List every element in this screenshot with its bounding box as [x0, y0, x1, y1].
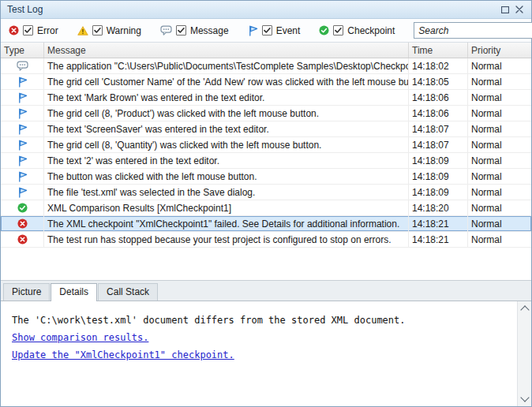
tab-picture[interactable]: Picture: [3, 283, 50, 301]
log-message: The grid cell 'Customer Name' of the 'Ad…: [44, 74, 409, 89]
log-message: The test run has stopped because your te…: [44, 232, 409, 247]
float-window-icon[interactable]: [498, 3, 512, 16]
filter-error[interactable]: Error: [9, 25, 58, 36]
log-table: TypeMessageTimePriority The application …: [1, 43, 531, 280]
log-row[interactable]: The grid cell 'Customer Name' of the 'Ad…: [1, 74, 531, 90]
column-header-priority[interactable]: Priority: [468, 43, 531, 58]
log-type-cell: [1, 90, 44, 105]
column-header-time[interactable]: Time: [409, 43, 468, 58]
details-text: The 'C:\work\test.xml' document differs …: [12, 312, 508, 329]
log-type-cell: [1, 153, 44, 168]
event-icon: [17, 108, 28, 119]
log-message: The XML checkpoint "XmlCheckpoint1" fail…: [44, 216, 409, 231]
event-icon: [17, 77, 28, 88]
log-type-cell: [1, 137, 44, 152]
filter-checkpoint[interactable]: Checkpoint: [319, 25, 395, 36]
update-checkpoint-link[interactable]: Update the "XmlCheckpoint1" checkpoint.: [12, 346, 234, 364]
filter-event[interactable]: Event: [248, 25, 301, 36]
scroll-up-icon[interactable]: [518, 301, 531, 315]
filter-message[interactable]: Message: [160, 25, 229, 36]
details-content: The 'C:\work\test.xml' document differs …: [1, 301, 531, 364]
log-priority: Normal: [468, 216, 531, 231]
message-icon: [160, 25, 172, 35]
log-time: 14:18:09: [409, 169, 468, 184]
log-time: 14:18:07: [409, 121, 468, 136]
log-type-cell: [1, 74, 44, 89]
log-time: 14:18:09: [409, 153, 468, 168]
log-row[interactable]: The text 'ScreenSaver' was entered in th…: [1, 121, 531, 137]
log-row[interactable]: The text 'Mark Brown' was entered in the…: [1, 90, 531, 106]
tab-call-stack[interactable]: Call Stack: [98, 283, 158, 301]
close-icon[interactable]: [512, 3, 526, 16]
log-type-cell: [1, 232, 44, 247]
log-row[interactable]: XML Comparison Results [XmlCheckpoint1]1…: [1, 200, 531, 216]
titlebar: Test Log: [1, 1, 531, 19]
tab-details[interactable]: Details: [51, 283, 97, 301]
scroll-down-icon[interactable]: [518, 393, 531, 406]
log-time: 14:18:21: [409, 216, 468, 231]
log-time: 14:18:05: [409, 74, 468, 89]
log-priority: Normal: [468, 137, 531, 152]
log-row[interactable]: The grid cell (8, 'Quantity') was clicke…: [1, 137, 531, 153]
log-message: The text 'Mark Brown' was entered in the…: [44, 90, 409, 105]
filter-event-label: Event: [276, 25, 301, 36]
log-priority: Normal: [468, 153, 531, 168]
filter-warning-label: Warning: [107, 25, 141, 36]
log-priority: Normal: [468, 74, 531, 89]
warning-icon: [77, 26, 88, 35]
log-priority: Normal: [468, 169, 531, 184]
details-panel: The 'C:\work\test.xml' document differs …: [1, 301, 531, 406]
search-input[interactable]: [418, 25, 532, 36]
log-time: 14:18:07: [409, 137, 468, 152]
log-type-cell: [1, 169, 44, 184]
filter-checkpoint-checkbox[interactable]: [333, 25, 343, 35]
filter-message-checkbox[interactable]: [176, 25, 186, 35]
log-message: The grid cell (8, 'Product') was clicked…: [44, 106, 409, 121]
event-icon: [17, 187, 28, 198]
log-row[interactable]: The file 'test.xml' was selected in the …: [1, 185, 531, 200]
event-icon: [17, 92, 28, 103]
filter-toolbar: ErrorWarningMessageEventCheckpoint: [1, 19, 531, 43]
filter-warning-checkbox[interactable]: [92, 25, 103, 35]
event-icon: [17, 155, 28, 166]
log-time: 14:18:09: [409, 185, 468, 200]
log-time: 14:18:06: [409, 90, 468, 105]
error-icon: [17, 234, 28, 245]
log-message: The file 'test.xml' was selected in the …: [44, 185, 409, 200]
log-priority: Normal: [468, 200, 531, 215]
event-icon: [248, 25, 258, 36]
event-icon: [17, 171, 28, 182]
log-message: The text 'ScreenSaver' was entered in th…: [44, 121, 409, 136]
log-row[interactable]: The grid cell (8, 'Product') was clicked…: [1, 106, 531, 121]
log-priority: Normal: [468, 121, 531, 136]
log-row[interactable]: The text '2' was entered in the text edi…: [1, 153, 531, 169]
log-row[interactable]: The test run has stopped because your te…: [1, 232, 531, 248]
table-body: The application "C:\Users\Public\Documen…: [1, 58, 531, 280]
log-priority: Normal: [468, 106, 531, 121]
tab-bar: PictureDetailsCall Stack: [1, 280, 531, 301]
error-icon: [17, 218, 28, 229]
filter-message-label: Message: [190, 25, 229, 36]
log-time: 14:18:21: [409, 232, 468, 247]
log-type-cell: [1, 216, 44, 231]
log-row[interactable]: The button was clicked with the left mou…: [1, 169, 531, 185]
filter-error-checkbox[interactable]: [23, 25, 33, 35]
filter-event-checkbox[interactable]: [262, 25, 272, 35]
filter-group: ErrorWarningMessageEventCheckpoint: [9, 25, 395, 36]
checkpoint-icon: [319, 25, 329, 35]
details-scrollbar[interactable]: [517, 301, 531, 406]
log-time: 14:18:20: [409, 200, 468, 215]
filter-error-label: Error: [37, 25, 58, 36]
show-comparison-results-link[interactable]: Show comparison results.: [12, 329, 148, 346]
table-header: TypeMessageTimePriority: [1, 43, 531, 58]
log-type-cell: [1, 106, 44, 121]
log-message: The grid cell (8, 'Quantity') was clicke…: [44, 137, 409, 152]
column-header-type[interactable]: Type: [1, 43, 44, 58]
log-row[interactable]: The XML checkpoint "XmlCheckpoint1" fail…: [1, 216, 531, 232]
search-box[interactable]: [414, 22, 532, 39]
column-header-message[interactable]: Message: [44, 43, 409, 58]
window-title: Test Log: [7, 4, 498, 15]
log-type-cell: [1, 185, 44, 200]
filter-warning[interactable]: Warning: [77, 25, 141, 36]
log-row[interactable]: The application "C:\Users\Public\Documen…: [1, 58, 531, 74]
